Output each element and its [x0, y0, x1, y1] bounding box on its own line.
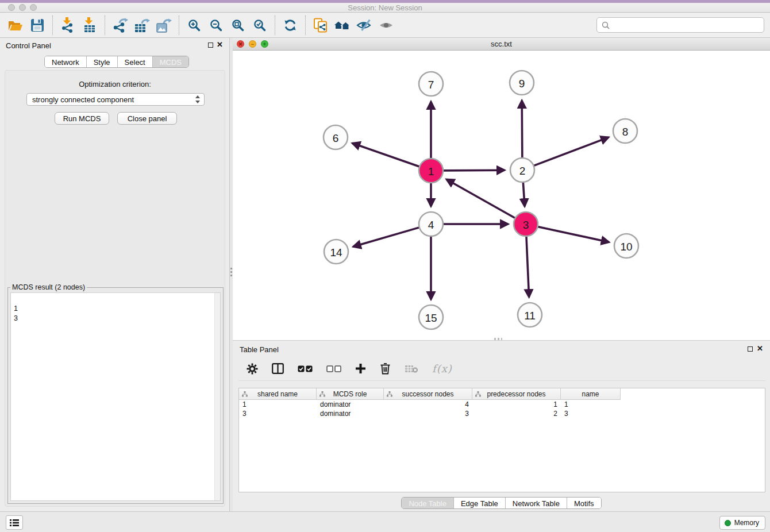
hierarchy-icon [387, 391, 392, 397]
add-column-icon[interactable] [355, 363, 366, 374]
save-session-icon[interactable] [26, 15, 48, 36]
tab-node-table[interactable]: Node Table [402, 498, 454, 508]
column-header-name[interactable]: name [561, 388, 621, 400]
graph-edge-2-9[interactable] [522, 101, 522, 157]
mcds-result-title: MCDS result (2 nodes) [10, 283, 87, 291]
criterion-value: strongly connected component [32, 95, 134, 104]
tab-network[interactable]: Network [45, 56, 87, 67]
column-header-shared-name[interactable]: shared name [239, 388, 317, 400]
table-toolbar: f(x) [238, 357, 765, 381]
run-mcds-button[interactable]: Run MCDS [55, 112, 109, 125]
search-input[interactable] [613, 21, 759, 29]
graph-edge-3-11[interactable] [526, 237, 529, 296]
list-icon [9, 519, 20, 527]
tab-style[interactable]: Style [87, 56, 118, 67]
zoom-selected-icon[interactable] [249, 15, 271, 36]
graph-node-label: 4 [428, 219, 434, 231]
tab-mcds[interactable]: MCDS [153, 56, 188, 67]
graph-node-label: 3 [523, 219, 529, 231]
main-toolbar [0, 13, 770, 38]
deselect-all-columns-icon[interactable] [326, 365, 341, 372]
table-tabs: Node Table Edge Table Network Table Moti… [233, 497, 770, 509]
zoom-out-icon[interactable] [205, 15, 227, 36]
memory-status-icon [725, 520, 731, 526]
criterion-select[interactable]: strongly connected component [26, 93, 205, 106]
node-table[interactable]: shared name MCDS role successor nodes pr… [238, 388, 765, 492]
network-canvas[interactable]: 7968124314101511 [233, 51, 770, 340]
split-columns-icon[interactable] [272, 363, 284, 374]
first-neighbors-icon[interactable] [332, 15, 353, 36]
show-all-icon[interactable] [375, 15, 397, 36]
task-list-button[interactable] [6, 515, 23, 530]
mcds-result-group: MCDS result (2 nodes) 1 3 [7, 283, 224, 504]
graph-node-label: 11 [524, 310, 536, 322]
mcds-result-text[interactable]: 1 3 [10, 292, 221, 501]
table-cell: 1 [239, 400, 317, 409]
export-image-icon[interactable] [153, 15, 175, 36]
graph-node-label: 15 [425, 312, 437, 324]
settings-icon[interactable] [247, 363, 258, 375]
graph-edge-3-1[interactable] [447, 180, 515, 218]
tab-motifs[interactable]: Motifs [567, 498, 601, 508]
float-table-panel-icon[interactable] [748, 346, 753, 352]
table-cell: dominator [317, 409, 384, 418]
status-bar: Memory [0, 511, 770, 532]
network-window-titlebar[interactable]: ✕ − + scc.txt [233, 38, 770, 51]
table-cell: dominator [317, 400, 384, 409]
column-header-successor-nodes[interactable]: successor nodes [384, 388, 472, 400]
column-header-predecessor-nodes[interactable]: predecessor nodes [472, 388, 561, 400]
graph-edge-1-6[interactable] [353, 144, 419, 167]
splitter-handle-icon [230, 268, 232, 277]
tab-select[interactable]: Select [118, 56, 153, 67]
graph-node-label: 1 [428, 165, 434, 178]
tab-network-table[interactable]: Network Table [506, 498, 567, 508]
mcds-panel: Optimization criterion: strongly connect… [5, 70, 225, 507]
table-panel-title: Table Panel [240, 345, 279, 354]
import-table-icon[interactable] [79, 15, 101, 36]
graph-node-label: 10 [620, 241, 632, 253]
app-titlebar: Session: New Session [0, 3, 770, 13]
zoom-in-icon[interactable] [183, 15, 205, 36]
graph-edge-2-3[interactable] [523, 183, 525, 206]
graph-edge-3-10[interactable] [538, 227, 608, 242]
export-network-icon[interactable] [109, 15, 131, 36]
tab-edge-table[interactable]: Edge Table [454, 498, 506, 508]
delete-column-icon[interactable] [380, 363, 391, 375]
refresh-icon[interactable] [279, 15, 301, 36]
function-builder-icon: f(x) [432, 363, 452, 375]
export-table-icon[interactable] [131, 15, 153, 36]
table-cell: 3 [384, 409, 472, 418]
close-panel-icon[interactable]: ✕ [217, 40, 223, 49]
column-header-mcds-role[interactable]: MCDS role [317, 388, 384, 400]
hierarchy-icon [319, 391, 325, 397]
graph-edge-4-14[interactable] [354, 228, 419, 246]
import-network-icon[interactable] [57, 15, 79, 36]
control-panel-header: Control Panel ✕ [0, 38, 229, 53]
open-file-icon[interactable] [5, 15, 26, 36]
graph-edge-2-8[interactable] [534, 137, 609, 165]
table-header-row: shared name MCDS role successor nodes pr… [239, 388, 765, 400]
window-title: Session: New Session [0, 3, 770, 12]
float-panel-icon[interactable] [208, 43, 213, 48]
memory-button[interactable]: Memory [719, 516, 765, 530]
table-row[interactable]: 1dominator411 [239, 400, 765, 409]
clone-network-icon[interactable] [310, 15, 332, 36]
zoom-fit-icon[interactable] [227, 15, 249, 36]
hierarchy-icon [475, 391, 481, 397]
graph-node-label: 14 [330, 246, 342, 259]
network-window-title: scc.txt [233, 40, 770, 48]
hierarchy-icon [242, 391, 248, 397]
select-stepper-icon [195, 95, 201, 103]
graph-edge-1-2[interactable] [444, 170, 504, 171]
table-cell: 1 [472, 400, 561, 409]
search-field[interactable] [596, 17, 764, 33]
toolbar-separator [179, 16, 179, 35]
close-panel-button[interactable]: Close panel [117, 112, 177, 125]
table-row[interactable]: 3dominator323 [239, 409, 765, 418]
result-scrollbar[interactable] [214, 293, 220, 500]
hide-selected-icon[interactable] [353, 15, 375, 36]
close-table-panel-icon[interactable]: ✕ [757, 344, 763, 353]
table-cell: 3 [561, 409, 621, 418]
table-panel: Table Panel ✕ [233, 340, 770, 511]
select-all-columns-icon[interactable] [298, 365, 313, 372]
